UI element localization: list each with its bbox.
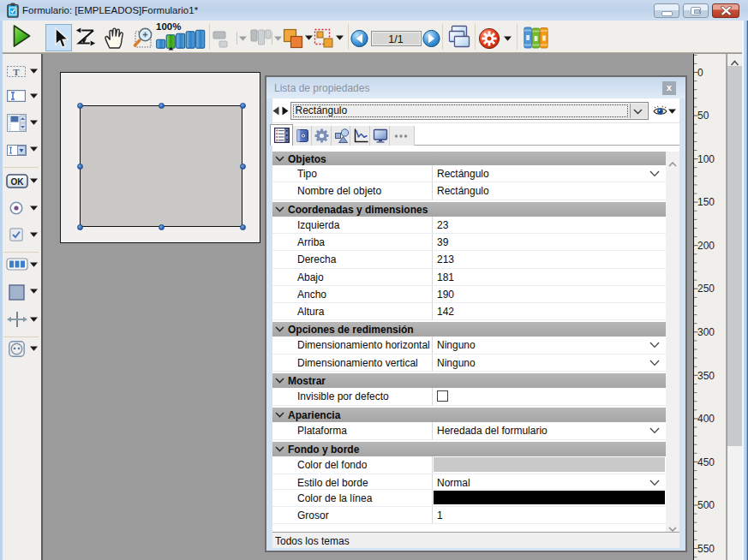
svg-text:50: 50	[697, 110, 709, 122]
svg-text:T: T	[13, 67, 20, 77]
svg-text:300: 300	[697, 326, 715, 338]
svg-text:OK: OK	[11, 177, 25, 187]
svg-text:450: 450	[697, 456, 715, 468]
svg-text:400: 400	[697, 413, 715, 425]
svg-text:200: 200	[697, 240, 715, 252]
svg-text:250: 250	[697, 283, 715, 295]
svg-text:0: 0	[697, 67, 703, 79]
svg-text:150: 150	[697, 196, 715, 208]
svg-text:350: 350	[697, 370, 715, 382]
svg-text:550: 550	[697, 543, 715, 555]
svg-text:500: 500	[697, 499, 715, 511]
svg-text:100: 100	[697, 153, 715, 165]
svg-text:1/1: 1/1	[388, 33, 403, 45]
